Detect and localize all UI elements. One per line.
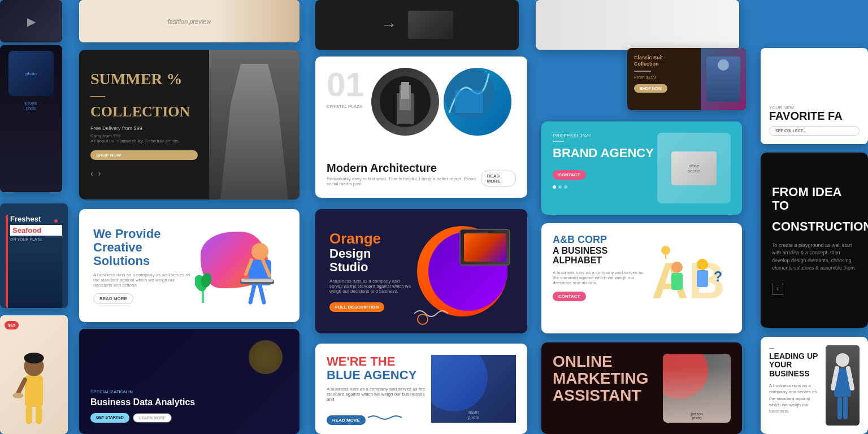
arch-body: Remarkably easy to find what. That is he… <box>327 176 481 186</box>
person-laptop-icon <box>229 237 285 305</box>
card-food-person: $65 <box>0 315 68 434</box>
idea-title1: FROM IDEA TO <box>772 185 857 212</box>
business-person-icon <box>828 349 857 422</box>
classic-suit-title: Classic Suit <box>634 55 694 61</box>
idea-title2: CONSTRUCTION <box>772 220 857 233</box>
blue-agency-title1: WE'RE THE <box>327 355 431 368</box>
food-person-illustration <box>11 339 57 429</box>
svg-rect-3 <box>401 82 409 99</box>
card-summer-collection: SUMMER % — COLLECTION Free Delivery from… <box>79 50 300 199</box>
brand-cta[interactable]: CONTACT <box>553 170 586 180</box>
wave-deco <box>414 308 448 319</box>
arch-building-icon <box>380 76 431 127</box>
svg-rect-30 <box>837 397 842 419</box>
favorite-title: FAVORITE FA <box>769 110 860 121</box>
card-dark-arrows: → <box>315 0 519 50</box>
svg-rect-22 <box>697 270 708 287</box>
leading-body: A business runs as a company and serves … <box>769 383 821 414</box>
summer-title1: SUMMER % <box>90 71 198 88</box>
seafood-title2: Seafood <box>10 225 62 236</box>
card-favorite-partial: YOUR NEW FAVORITE FA SEE COLLECT... <box>761 48 868 144</box>
svg-rect-32 <box>25 375 43 407</box>
card-dark-top-left: ▶ <box>0 0 62 42</box>
card-business-analytics: SPECIALIZATION IN Business Data Analytic… <box>79 329 300 434</box>
summer-prev[interactable]: ‹ <box>90 168 93 179</box>
solutions-title1: We Provide <box>93 227 195 241</box>
svg-rect-38 <box>36 406 42 424</box>
ab-title1: A&B CORP <box>553 235 646 246</box>
arch-blue-icon <box>444 68 494 119</box>
orange-title2: Design Studio <box>329 247 411 274</box>
summer-title2: — COLLECTION <box>90 88 198 120</box>
card-blue-agency: WE'RE THE BLUE AGENCY A business runs as… <box>315 344 527 434</box>
analytics-title: Business Data Analytics <box>90 397 288 407</box>
orange-cta[interactable]: FULL DESCRIPTION <box>329 302 384 312</box>
blue-agency-cta[interactable]: READ MORE <box>327 415 366 425</box>
svg-point-34 <box>24 353 44 363</box>
svg-line-12 <box>250 285 254 302</box>
summer-cta[interactable]: SHOP NOW <box>90 150 198 160</box>
card-orange-design: Orange Design Studio A business runs as … <box>315 209 527 333</box>
brand-title: BRAND AGENCY <box>553 146 657 160</box>
arch-label: CRYSTAL PLAZA <box>327 104 364 109</box>
svg-line-35 <box>18 380 25 393</box>
analytics-cta2[interactable]: LEARN MORE <box>133 413 172 423</box>
ab-title2: A BUSINESS <box>553 246 646 256</box>
leading-title2: YOUR BUSINESS <box>769 361 821 378</box>
card-brand-agency: PROFESSIONAL BRAND AGENCY CONTACT office… <box>541 121 742 215</box>
idea-expand-button[interactable]: + <box>772 284 783 295</box>
classic-suit-cta[interactable]: SHOP NOW <box>634 84 667 93</box>
card-top-right-strip <box>536 0 739 50</box>
card-freshest-seafood: Freshest Seafood ON YOUR PLATE <box>0 203 68 308</box>
arch-title: Modern Architecture <box>327 162 481 174</box>
svg-rect-9 <box>241 279 273 282</box>
summer-next[interactable]: › <box>98 168 101 179</box>
ab-cta[interactable]: CONTACT <box>553 292 586 301</box>
card-fashion-strip: fashion preview <box>79 0 300 42</box>
svg-rect-20 <box>671 273 683 290</box>
marketing-title3: ASSISTANT <box>553 388 663 403</box>
svg-rect-5 <box>455 90 483 113</box>
card-modern-architecture: 01 CRYSTAL PLAZA <box>315 57 527 198</box>
arch-number: 01 <box>327 68 364 102</box>
summer-subtitle: Free Delivery from $99 <box>90 125 198 131</box>
solutions-cta[interactable]: READ MORE <box>93 293 133 304</box>
svg-point-19 <box>671 262 683 273</box>
svg-rect-37 <box>26 406 32 424</box>
solutions-body: A business runs as a company as well ser… <box>93 272 195 288</box>
card-classic-suit: Classic Suit Collection From $299 SHOP N… <box>627 48 746 110</box>
brand-divider <box>553 141 564 142</box>
blue-agency-body: A business runs as a company and serves … <box>327 387 431 402</box>
card-creative-solutions: We Provide Creative Solutions A business… <box>79 209 300 322</box>
classic-suit-price: From $299 <box>634 75 694 80</box>
svg-point-6 <box>251 243 268 260</box>
blue-agency-title2: BLUE AGENCY <box>327 368 431 382</box>
plant-icon <box>195 269 212 303</box>
monitor-icon <box>459 229 510 266</box>
analytics-overlay: SPECIALIZATION IN Business Data Analytic… <box>79 329 300 434</box>
arch-cta[interactable]: READ MORE <box>481 171 516 186</box>
favorite-cta[interactable]: SEE COLLECT... <box>769 126 860 136</box>
svg-text:?: ? <box>714 268 722 284</box>
seafood-dot <box>54 219 58 223</box>
classic-suit-divider <box>634 71 651 72</box>
analytics-subtitle: SPECIALIZATION IN <box>90 389 288 394</box>
ab-illustration: A B ? <box>649 236 728 321</box>
svg-rect-31 <box>843 397 848 419</box>
ab-body: A business runs as a company and serves … <box>553 270 646 285</box>
orange-title1: Orange <box>329 231 411 247</box>
card-left-dark: photo peoplephoto <box>0 45 62 192</box>
leading-title1: LEADING UP <box>769 352 821 361</box>
solutions-title2: Creative <box>93 241 195 254</box>
card-online-marketing: ONLINE MARKETING ASSISTANT personphoto <box>541 342 742 434</box>
classic-suit-title2: Collection <box>634 61 694 67</box>
svg-point-26 <box>836 353 849 367</box>
svg-point-21 <box>697 259 708 270</box>
brand-subtitle: PROFESSIONAL <box>553 133 657 138</box>
seafood-red-bar <box>6 215 8 308</box>
analytics-cta1[interactable]: GET STARTED <box>90 413 129 423</box>
card-leading-up: — LEADING UP YOUR BUSINESS A business ru… <box>761 337 868 434</box>
ab-title3: ALPHABET <box>553 255 646 266</box>
leading-dash: — <box>769 345 821 351</box>
svg-point-24 <box>661 246 670 255</box>
